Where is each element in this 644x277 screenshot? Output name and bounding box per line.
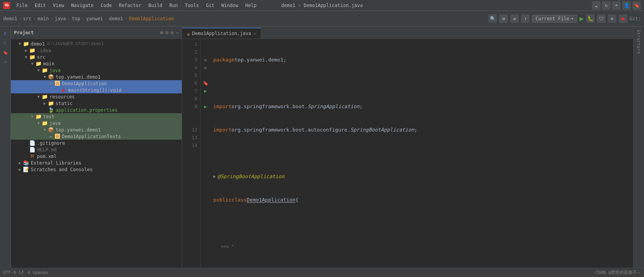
tab-close-button[interactable]: ✕ — [254, 31, 256, 36]
tree-item-gitignore[interactable]: 📄 .gitignore — [11, 140, 182, 146]
tree-item-test[interactable]: ▼ 📁 test — [11, 113, 182, 120]
menu-navigate[interactable]: Navigate — [68, 2, 97, 9]
umbrella-icon[interactable]: ☂ — [612, 1, 621, 10]
ln-3: 3 — [182, 56, 197, 64]
tree-item-scratches[interactable]: ▶ 📝 Scratches and Consoles — [11, 166, 182, 173]
ln-13: 13 — [182, 134, 197, 142]
menu-file[interactable]: File — [13, 2, 31, 9]
tree-item-test-java[interactable]: ▼ 📁 java — [11, 120, 182, 126]
bookmark-side-tab[interactable]: 🔖 — [1, 48, 10, 57]
breadcrumb-classname[interactable]: Demo1Application — [129, 16, 174, 21]
structure-side-tab[interactable]: ≡ — [1, 58, 10, 66]
tree-item-src[interactable]: ▼ 📁 src — [11, 54, 182, 60]
tree-item-pom[interactable]: M pom.xml — [11, 153, 182, 160]
bookmark-icon[interactable]: 🔖 — [632, 1, 641, 10]
git-label: Git: — [630, 16, 641, 21]
menu-refactor[interactable]: Refactor — [116, 2, 144, 9]
settings-toolbar-icon[interactable]: ⚙ — [499, 14, 508, 23]
breadcrumb-demo1[interactable]: demo1 — [3, 16, 17, 21]
run-button[interactable]: ▶ — [579, 14, 584, 23]
tree-item-app-props[interactable]: 🍃 application.properties — [11, 107, 182, 113]
breadcrumb-main[interactable]: main — [37, 16, 49, 21]
tree-item-main-method[interactable]: ● main(String[]):void — [11, 87, 182, 93]
panel-collapse-icon[interactable]: ⊟ — [165, 30, 168, 35]
menu-build[interactable]: Build — [145, 2, 165, 9]
menu-tools[interactable]: Tools — [182, 2, 202, 9]
arrow-test-pkg: ▼ — [42, 128, 47, 132]
icon-idea: 📁 — [29, 47, 36, 53]
run-gutter-9[interactable]: ▶ — [204, 104, 207, 109]
breadcrumb-yanwei[interactable]: yanwei — [86, 16, 103, 21]
tree-item-test-class[interactable]: ▶ 🅰 Demo1ApplicationTests — [11, 133, 182, 140]
bookmark-gutter-6[interactable]: 🔖 — [203, 81, 209, 86]
icon-demo1app: 🅰 — [54, 81, 61, 86]
cloud-icon[interactable]: ☁ — [592, 1, 600, 10]
gutter-4: ⊖ — [201, 64, 210, 72]
panel-title: Project — [14, 30, 158, 35]
gutter-12 — [201, 126, 210, 134]
menu-git[interactable]: Git — [203, 2, 218, 9]
icon-src: 📁 — [29, 54, 36, 60]
project-tab[interactable]: P — [1, 30, 10, 38]
label-java: java — [49, 68, 61, 73]
code-line-1: package top.yanwei.demo1; — [213, 56, 630, 64]
breadcrumb-demo1pkg[interactable]: demo1 — [109, 16, 123, 21]
label-scratches: Scratches and Consoles — [31, 167, 93, 172]
menu-run[interactable]: Run — [166, 2, 181, 9]
sync-icon[interactable]: ↻ — [602, 1, 611, 10]
stop-button[interactable]: ■ — [619, 14, 627, 23]
diff-icon[interactable]: ⇄ — [510, 14, 519, 23]
breadcrumb-top[interactable]: top — [72, 16, 81, 21]
label-test-java: java — [49, 121, 61, 126]
tree-item-top-pkg[interactable]: ▼ 📦 top.yanwei.demo1 — [11, 74, 182, 80]
search-toolbar-icon[interactable]: 🔍 — [488, 14, 497, 23]
panel-expand-icon[interactable]: ⊞ — [160, 30, 163, 35]
label-help-md: HELP.md — [37, 147, 57, 153]
menu-window[interactable]: Window — [218, 2, 241, 9]
breadcrumb-src[interactable]: src — [23, 16, 32, 21]
panel-header: Project ⊞ ⊟ ⚙ − — [11, 26, 182, 39]
menu-edit[interactable]: Edit — [32, 2, 49, 9]
tree-item-static[interactable]: ▶ 📁 static — [11, 100, 182, 107]
breadcrumb-java[interactable]: java — [54, 16, 66, 21]
gutter-5 — [201, 72, 210, 79]
code-line-4: import org.springframework.boot.autoconf… — [213, 126, 630, 134]
tree-item-resources[interactable]: ▼ 📁 resources — [11, 93, 182, 100]
tree-item-idea[interactable]: ▶ 📁 .idea — [11, 47, 182, 54]
gutter-1 — [201, 40, 210, 48]
label-main-method: main(String[]):void — [68, 88, 121, 93]
ln-9: 9 — [182, 103, 197, 110]
code-content[interactable]: package top.yanwei.demo1; import org.spr… — [210, 39, 633, 277]
arrow-test: ▼ — [30, 114, 35, 119]
menu-help[interactable]: Help — [242, 2, 260, 9]
tree-item-help-md[interactable]: 📄 HELP.md — [11, 146, 182, 153]
tab-demo1application[interactable]: ☕ Demo1Application.java ✕ — [182, 28, 261, 39]
current-file-button[interactable]: Current File ▾ — [532, 15, 577, 23]
code-editor[interactable]: 1 2 3 4 5 6 7 8 9 12 13 14 ⊖ ⊖ — [182, 39, 633, 277]
commit-tab[interactable]: C — [1, 39, 10, 47]
tree-item-demo1[interactable]: ▼ 📁 demo1 D:\JAVAWEB-STUDY\demo1 — [11, 40, 182, 47]
arrow-static: ▶ — [42, 101, 47, 105]
icon-main: 📁 — [35, 61, 42, 67]
panel-settings-icon[interactable]: ⚙ — [171, 30, 174, 35]
panel-close-icon[interactable]: − — [176, 30, 179, 35]
debug-button[interactable]: 🐛 — [586, 14, 595, 23]
run-gutter-7[interactable]: ▶ — [204, 88, 207, 94]
gutter-14 — [201, 142, 210, 149]
up-arrow-icon[interactable]: ↑ — [521, 14, 530, 23]
menu-view[interactable]: View — [50, 2, 67, 9]
label-demo1-path: D:\JAVAWEB-STUDY\demo1 — [47, 41, 104, 46]
ln-7: 7 — [182, 87, 197, 95]
user-icon[interactable]: 👤 — [622, 1, 631, 10]
tree-item-java[interactable]: ▼ 📁 java — [11, 67, 182, 74]
coverage-button[interactable]: 🛡 — [597, 14, 605, 23]
tree-item-test-pkg[interactable]: ▼ 📦 top.yanwei.demo1 — [11, 126, 182, 133]
tree-item-ext-libs[interactable]: ▶ 📚 External Libraries — [11, 160, 182, 166]
gutter-6: 🔖 — [201, 79, 210, 87]
tree-item-demo1app[interactable]: ▼ 🅰 Demo1Application — [11, 80, 182, 87]
structure-label[interactable]: Structure — [636, 28, 642, 56]
tree-item-main[interactable]: ▼ 📁 main — [11, 60, 182, 67]
profile-button[interactable]: ⊕ — [608, 14, 616, 23]
toolbar-right: 🔍 ⚙ ⇄ ↑ Current File ▾ ▶ 🐛 🛡 ⊕ ■ Git: — [488, 14, 641, 23]
menu-code[interactable]: Code — [98, 2, 115, 9]
